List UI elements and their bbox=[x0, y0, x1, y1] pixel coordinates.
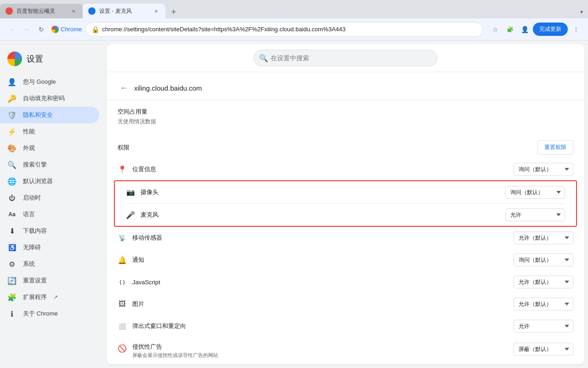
sidebar-item-download[interactable]: ⬇ 下载内容 bbox=[0, 223, 99, 239]
perm-label-popups: 弹出式窗口和重定向 bbox=[132, 322, 508, 330]
perm-select-location[interactable]: 询问（默认） 允许 屏蔽 bbox=[514, 163, 573, 176]
tab-close-baidu[interactable]: ✕ bbox=[70, 7, 77, 15]
sidebar-item-appearance[interactable]: 🎨 外观 bbox=[0, 140, 99, 156]
sidebar-item-reset[interactable]: 🔄 重置设置 bbox=[0, 272, 99, 289]
sidebar: 设置 👤 您与 Google 🔑 自动填充和密码 🛡️ 隐私和安全 ⚡ 性能 🎨… bbox=[0, 40, 103, 368]
reset-permissions-button[interactable]: 重置权限 bbox=[537, 140, 573, 155]
perm-select-ads[interactable]: 屏蔽（默认） 允许 bbox=[514, 343, 573, 356]
microphone-icon: 🎤 bbox=[126, 210, 135, 219]
download-icon: ⬇ bbox=[7, 226, 17, 236]
perm-select-notifications[interactable]: 询问（默认） 允许 屏蔽 bbox=[514, 253, 573, 266]
sidebar-item-a11y[interactable]: ♿ 无障碍 bbox=[0, 239, 99, 256]
sidebar-item-system[interactable]: ⚙ 系统 bbox=[0, 256, 99, 272]
sidebar-label-startup: 启动时 bbox=[23, 194, 41, 202]
site-domain: xiling.cloud.baidu.com bbox=[134, 84, 202, 92]
perm-label-ads: 侵扰性广告 bbox=[132, 343, 508, 351]
key-icon: 🔑 bbox=[7, 94, 17, 103]
permission-row-javascript: { } JavaScript 允许（默认） 屏蔽 bbox=[107, 271, 584, 293]
search-input[interactable] bbox=[254, 50, 437, 66]
permissions-header: 权限 重置权限 bbox=[107, 133, 584, 158]
update-button[interactable]: 完成更新 bbox=[533, 23, 568, 36]
sidebar-item-browser[interactable]: 🌐 默认浏览器 bbox=[0, 173, 99, 190]
power-icon: ⏻ bbox=[7, 193, 17, 202]
extensions-button[interactable]: 🧩 bbox=[503, 23, 516, 36]
tab-title-settings: 设置 - 麦克风 bbox=[99, 7, 149, 15]
tab-settings[interactable]: 设置 - 麦克风 ✕ bbox=[83, 4, 165, 18]
perm-label-notifications: 通知 bbox=[132, 256, 508, 264]
content-area: 🔍 ← xiling.cloud.baidu.com 空间占用量 无使用情况数据… bbox=[107, 44, 584, 364]
toolbar-right: ☆ 🧩 👤 完成更新 ⋮ bbox=[489, 23, 582, 36]
perm-label-microphone: 麦克风 bbox=[141, 211, 500, 219]
sidebar-item-performance[interactable]: ⚡ 性能 bbox=[0, 123, 99, 140]
sidebar-item-search[interactable]: 🔍 搜索引擎 bbox=[0, 156, 99, 173]
perm-select-javascript[interactable]: 允许（默认） 屏蔽 bbox=[514, 276, 573, 288]
sidebar-item-autofill[interactable]: 🔑 自动填充和密码 bbox=[0, 90, 99, 107]
perm-select-images[interactable]: 允许（默认） 屏蔽 bbox=[514, 298, 573, 310]
popups-icon: ⬜ bbox=[118, 322, 127, 331]
perm-label-location: 位置信息 bbox=[132, 165, 508, 173]
sidebar-label-a11y: 无障碍 bbox=[23, 243, 41, 252]
storage-title: 空间占用量 bbox=[118, 108, 573, 116]
search-icon: 🔍 bbox=[7, 160, 17, 169]
permission-row-location: 📍 位置信息 询问（默认） 允许 屏蔽 bbox=[107, 158, 584, 180]
perm-label-javascript: JavaScript bbox=[132, 279, 508, 286]
search-container: 🔍 bbox=[254, 50, 437, 66]
reset-icon: 🔄 bbox=[7, 276, 17, 285]
appearance-icon: 🎨 bbox=[7, 144, 17, 153]
sidebar-label-download: 下载内容 bbox=[23, 227, 47, 235]
reload-button[interactable]: ↻ bbox=[35, 23, 48, 36]
ads-sublabel: 屏蔽会展示侵扰性或误导性广告的网站 bbox=[132, 352, 508, 359]
system-icon: ⚙ bbox=[7, 259, 17, 269]
settings-title: 设置 bbox=[27, 53, 43, 64]
forward-button[interactable]: → bbox=[20, 23, 33, 36]
permission-row-images: 🖼 图片 允许（默认） 屏蔽 bbox=[107, 293, 584, 315]
profile-button[interactable]: 👤 bbox=[518, 23, 531, 36]
new-tab-button[interactable]: + bbox=[167, 6, 180, 18]
perm-select-motion[interactable]: 允许（默认） 允许 屏蔽 bbox=[514, 231, 573, 244]
camera-icon: 📷 bbox=[126, 188, 135, 197]
permission-row-motion: 📡 移动传感器 允许（默认） 允许 屏蔽 bbox=[107, 227, 584, 249]
address-bar[interactable]: 🔒 chrome://settings/content/siteDetails?… bbox=[85, 22, 483, 37]
permissions-title: 权限 bbox=[118, 144, 130, 152]
perm-select-camera[interactable]: 询问（默认） 允许 屏蔽 bbox=[505, 186, 565, 199]
extensions-sidebar-icon: 🧩 bbox=[7, 293, 17, 302]
accessibility-icon: ♿ bbox=[7, 243, 17, 252]
menu-button[interactable]: ⋮ bbox=[570, 23, 582, 36]
sidebar-label-browser: 默认浏览器 bbox=[23, 177, 53, 185]
sidebar-item-language[interactable]: Aa 语言 bbox=[0, 206, 99, 223]
perm-select-popups[interactable]: 询问（默认） 允许 屏蔽 bbox=[514, 320, 573, 333]
sidebar-label-autofill: 自动填充和密码 bbox=[23, 94, 65, 103]
permission-row-popups: ⬜ 弹出式窗口和重定向 询问（默认） 允许 屏蔽 bbox=[107, 315, 584, 337]
user-icon: 👤 bbox=[7, 77, 17, 86]
perm-label-images: 图片 bbox=[132, 300, 508, 308]
sidebar-item-startup[interactable]: ⏻ 启动时 bbox=[0, 190, 99, 206]
sidebar-label-reset: 重置设置 bbox=[23, 276, 47, 285]
sidebar-item-privacy[interactable]: 🛡️ 隐私和安全 bbox=[0, 107, 99, 123]
external-link-icon: ↗ bbox=[53, 294, 58, 300]
sidebar-label-google: 您与 Google bbox=[23, 78, 56, 86]
sidebar-item-extensions[interactable]: 🧩 扩展程序 ↗ bbox=[0, 289, 99, 305]
images-icon: 🖼 bbox=[118, 299, 127, 309]
back-button[interactable]: ← bbox=[6, 23, 18, 36]
perm-select-microphone[interactable]: 询问（默认） 允许 屏蔽 bbox=[505, 208, 565, 221]
sidebar-label-about: 关于 Chrome bbox=[23, 310, 58, 318]
bell-icon: 🔔 bbox=[118, 255, 127, 264]
bookmark-button[interactable]: ☆ bbox=[489, 23, 502, 36]
tab-expand-button[interactable]: ▾ bbox=[575, 6, 588, 18]
sidebar-item-google[interactable]: 👤 您与 Google bbox=[0, 74, 99, 90]
tab-baidu[interactable]: 百度智能云曦灵 ✕ bbox=[0, 4, 83, 18]
ads-label-container: 侵扰性广告 屏蔽会展示侵扰性或误导性广告的网站 bbox=[132, 343, 508, 359]
sidebar-label-search: 搜索引擎 bbox=[23, 161, 47, 169]
sidebar-item-about[interactable]: ℹ 关于 Chrome bbox=[0, 305, 99, 322]
tab-close-settings[interactable]: ✕ bbox=[153, 7, 160, 15]
perm-label-camera: 摄像头 bbox=[141, 188, 500, 196]
site-back-button[interactable]: ← bbox=[118, 81, 130, 94]
address-text: chrome://settings/content/siteDetails?si… bbox=[102, 26, 477, 33]
javascript-icon: { } bbox=[118, 277, 127, 287]
permission-row-camera: 📷 摄像头 询问（默认） 允许 屏蔽 bbox=[115, 181, 576, 203]
info-icon: ℹ bbox=[7, 309, 17, 318]
sidebar-label-privacy: 隐私和安全 bbox=[23, 111, 53, 119]
search-icon-inner: 🔍 bbox=[259, 54, 268, 63]
chrome-logo bbox=[7, 52, 22, 66]
tab-favicon-settings bbox=[88, 7, 96, 15]
